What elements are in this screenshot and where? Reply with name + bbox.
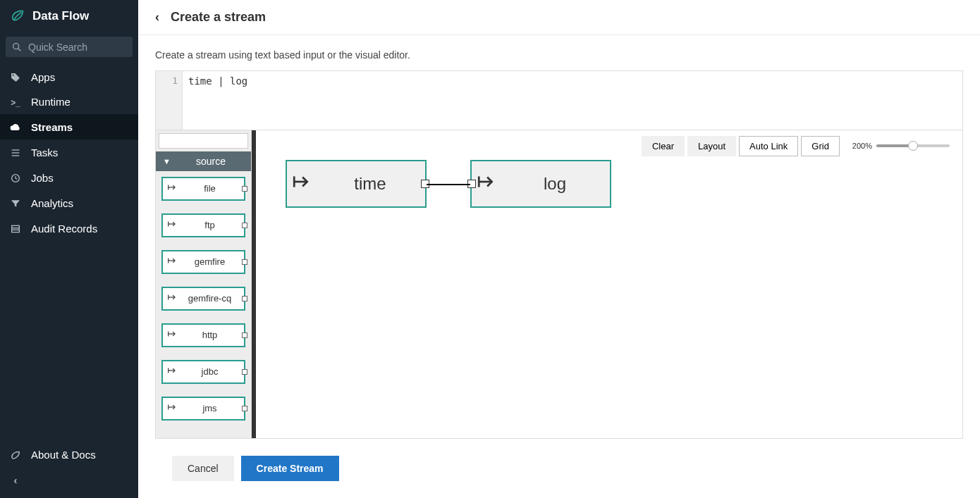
source-icon — [167, 256, 177, 268]
sidebar-nav: Apps>_RuntimeStreamsTasksJobsAnalyticsAu… — [0, 64, 138, 442]
flow-icon — [472, 173, 500, 195]
source-icon — [167, 366, 177, 378]
palette-items: fileftpgemfiregemfire-cqhttpjdbcjms — [156, 171, 251, 426]
app-title: Data Flow — [32, 9, 89, 23]
palette-item-label: jms — [180, 403, 240, 413]
main-body: Create a stream using text based input o… — [138, 35, 980, 498]
source-icon — [167, 329, 177, 341]
sidebar-item-apps[interactable]: Apps — [0, 64, 138, 89]
leaf-icon — [10, 449, 21, 461]
visual-editor: ▼ source fileftpgemfiregemfire-cqhttpjdb… — [155, 130, 963, 439]
output-port[interactable] — [242, 332, 247, 338]
link[interactable] — [427, 184, 470, 185]
sidebar-item-analytics[interactable]: Analytics — [0, 190, 138, 216]
clear-button[interactable]: Clear — [642, 136, 685, 156]
flow-icon — [287, 173, 315, 195]
output-port[interactable] — [242, 186, 247, 192]
sidebar-item-label: Runtime — [31, 96, 71, 108]
sidebar-item-tasks[interactable]: Tasks — [0, 139, 138, 165]
sidebar-item-label: Tasks — [31, 147, 58, 158]
cloud-icon — [10, 120, 21, 133]
main-header: ‹ Create a stream — [138, 0, 980, 35]
canvas[interactable]: Clear Layout Auto Link Grid 200% timelog — [252, 130, 962, 438]
palette-item-http[interactable]: http — [161, 323, 245, 347]
back-button[interactable]: ‹ — [155, 10, 159, 25]
sidebar-item-label: Analytics — [31, 197, 73, 209]
create-stream-button[interactable]: Create Stream — [241, 456, 339, 481]
main: ‹ Create a stream Create a stream using … — [138, 0, 980, 498]
zoom-slider[interactable] — [876, 144, 950, 147]
node-label: log — [500, 174, 610, 194]
zoom-thumb[interactable] — [908, 141, 918, 151]
source-icon — [167, 182, 177, 194]
sidebar-item-audit-records[interactable]: Audit Records — [0, 216, 138, 241]
palette-item-gemfire[interactable]: gemfire — [161, 250, 245, 274]
node-log[interactable]: log — [470, 160, 611, 208]
sidebar-item-jobs[interactable]: Jobs — [0, 165, 138, 190]
grid-button[interactable]: Grid — [801, 136, 840, 156]
node-label: time — [315, 174, 425, 194]
palette-item-label: jdbc — [180, 366, 240, 377]
palette-item-gemfire-cq[interactable]: gemfire-cq — [161, 287, 245, 311]
code-content[interactable]: time | log — [183, 71, 253, 130]
code-editor[interactable]: 1 time | log — [155, 70, 963, 130]
palette-item-file[interactable]: file — [161, 177, 245, 201]
tag-icon — [10, 70, 21, 83]
palette-item-label: ftp — [180, 220, 240, 230]
zoom-label: 200% — [852, 142, 872, 150]
palette-search[interactable] — [159, 133, 248, 149]
sidebar-footer: About & Docs ‹ — [0, 442, 138, 498]
palette-search-input[interactable] — [159, 133, 248, 149]
sidebar-header: Data Flow — [0, 0, 138, 32]
search-input[interactable] — [28, 42, 127, 53]
sidebar-item-label: About & Docs — [31, 449, 96, 461]
source-icon — [167, 402, 177, 414]
sidebar-item-label: Apps — [31, 71, 55, 83]
palette: ▼ source fileftpgemfiregemfire-cqhttpjdb… — [156, 130, 252, 438]
clock-icon — [10, 171, 21, 184]
sidebar-item-runtime[interactable]: >_Runtime — [0, 89, 138, 114]
sidebar: Data Flow Apps>_RuntimeStreamsTasksJobsA… — [0, 0, 138, 498]
svg-point-2 — [13, 75, 14, 76]
output-port[interactable] — [242, 369, 247, 375]
output-port[interactable] — [242, 223, 247, 228]
palette-resize-handle[interactable] — [252, 130, 256, 438]
description: Create a stream using text based input o… — [155, 49, 963, 61]
records-icon — [10, 222, 21, 235]
sidebar-item-label: Streams — [31, 121, 73, 133]
list-icon — [10, 146, 21, 158]
output-port[interactable] — [242, 406, 247, 411]
palette-item-jdbc[interactable]: jdbc — [161, 360, 245, 384]
palette-group-source[interactable]: ▼ source — [156, 151, 251, 171]
palette-item-label: http — [180, 330, 240, 340]
layout-button[interactable]: Layout — [687, 136, 736, 156]
logo-icon — [10, 8, 25, 24]
sidebar-item-about[interactable]: About & Docs — [0, 442, 138, 468]
sidebar-search[interactable] — [6, 37, 133, 57]
palette-item-jms[interactable]: jms — [161, 397, 245, 421]
source-icon — [167, 219, 177, 231]
sidebar-collapse[interactable]: ‹ — [0, 468, 138, 492]
output-port[interactable] — [242, 259, 247, 265]
node-time[interactable]: time — [286, 160, 427, 208]
output-port[interactable] — [242, 296, 247, 301]
palette-item-label: gemfire-cq — [180, 293, 240, 304]
autolink-button[interactable]: Auto Link — [739, 136, 798, 156]
svg-line-1 — [18, 49, 21, 51]
chevron-down-icon: ▼ — [163, 157, 171, 166]
source-icon — [167, 292, 177, 304]
zoom-control: 200% — [852, 142, 950, 150]
palette-item-ftp[interactable]: ftp — [161, 213, 245, 237]
cancel-button[interactable]: Cancel — [172, 456, 234, 481]
action-bar: Cancel Create Stream — [155, 439, 963, 498]
palette-group-label: source — [178, 156, 244, 167]
sidebar-item-label: Audit Records — [31, 223, 97, 235]
line-number: 1 — [172, 75, 178, 86]
svg-point-0 — [13, 44, 19, 49]
search-icon — [11, 41, 23, 53]
palette-item-label: gemfire — [180, 256, 240, 267]
svg-rect-7 — [12, 226, 20, 232]
sidebar-item-streams[interactable]: Streams — [0, 114, 138, 139]
filter-icon — [10, 197, 21, 209]
terminal-icon: >_ — [10, 96, 21, 108]
